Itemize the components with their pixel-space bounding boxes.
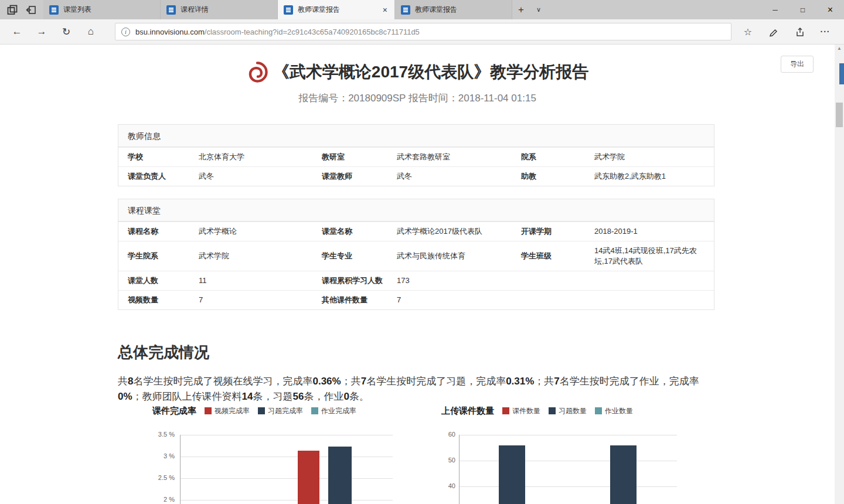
- report-logo-icon: [246, 61, 268, 83]
- teacher-info-table: 教师信息 学校 北京体育大学 教研室 武术套路教研室 院系 武术学院 课堂负责人…: [118, 124, 714, 186]
- maximize-button[interactable]: □: [789, 0, 816, 19]
- summary-number: 0%: [118, 391, 132, 402]
- section-header: 教师信息: [118, 125, 714, 147]
- site-info-icon[interactable]: i: [121, 28, 130, 36]
- summary-number: 0.36%: [312, 376, 341, 387]
- gridline: [180, 435, 393, 435]
- cell-value: 武术学概论2017级代表队: [397, 226, 512, 237]
- scrollbar-thumb[interactable]: [836, 103, 843, 127]
- summary-heading: 总体完成情况: [118, 342, 209, 363]
- summary-number: 7: [554, 376, 559, 387]
- new-tab-button[interactable]: +: [512, 0, 530, 19]
- gridline: [459, 461, 677, 461]
- cell-value: 2018-2019-1: [594, 226, 714, 237]
- tab-label: 课程详情: [181, 5, 271, 15]
- cell-label: 课程名称: [118, 226, 199, 237]
- cell-value: 14武4班,14武现役班,17武先农坛,17武代表队: [594, 246, 714, 267]
- cell-value: 173: [397, 275, 512, 286]
- toolbar-right-buttons: ☆ ···: [735, 19, 838, 44]
- tab-preview-icon[interactable]: [6, 4, 19, 16]
- screen: { "browser": { "tabs": [ {"label": "课堂列表…: [0, 0, 844, 504]
- cell-value: 武术学院: [199, 251, 312, 261]
- tab-list-chevron-icon[interactable]: ∨: [530, 0, 547, 19]
- tab-label: 教师课堂报告: [415, 5, 506, 15]
- cell-label: 课堂名称: [312, 226, 397, 237]
- cell-value: 武术学院: [594, 152, 714, 162]
- table-row: 课堂人数 11 课程累积学习人数 173: [118, 271, 714, 290]
- page-content: 导出 《武术学概论2017级代表队》教学分析报告 报告编号：20180909SP…: [0, 45, 835, 504]
- tab-teacher-report-2[interactable]: 教师课堂报告: [395, 0, 512, 19]
- course-info-table: 课程课堂 课程名称 武术学概论 课堂名称 武术学概论2017级代表队 开课学期 …: [118, 199, 714, 310]
- cell-label: 课堂负责人: [118, 171, 199, 182]
- close-button[interactable]: ×: [816, 0, 844, 19]
- forward-icon[interactable]: →: [29, 19, 54, 44]
- summary-text-segment: 条。: [349, 391, 369, 402]
- report-meta: 报告编号：20180909SP 报告时间：2018-11-04 01:15: [0, 91, 835, 105]
- summary-text-segment: ；教师团队上传课件资料: [132, 391, 242, 402]
- cell-label: 学校: [118, 152, 199, 162]
- cell-value: 7: [397, 295, 512, 305]
- cell-label: 学生班级: [512, 251, 594, 261]
- home-icon[interactable]: ⌂: [79, 19, 103, 44]
- scrollbar[interactable]: ▲: [835, 45, 844, 504]
- table-row: 学校 北京体育大学 教研室 武术套路教研室 院系 武术学院: [118, 147, 714, 166]
- y-tick-label: 50: [441, 457, 455, 464]
- y-axis-line: [180, 435, 181, 504]
- tab-favicon: [401, 5, 410, 15]
- gridline: [180, 478, 393, 479]
- summary-text-segment: 条，习题: [253, 391, 293, 402]
- cell-label: 课程累积学习人数: [312, 275, 397, 286]
- more-options-icon[interactable]: ···: [812, 19, 838, 44]
- favorites-star-icon[interactable]: ☆: [735, 19, 761, 44]
- set-tabs-aside-icon[interactable]: [25, 4, 38, 16]
- minimize-button[interactable]: ─: [761, 0, 789, 19]
- scroll-up-icon[interactable]: ▲: [835, 46, 844, 51]
- refresh-icon[interactable]: ↻: [54, 19, 79, 44]
- tab-close-icon[interactable]: ×: [382, 5, 389, 15]
- cell-label: 视频数量: [118, 295, 199, 305]
- chart-bar-习题数量: [610, 445, 637, 504]
- window-controls: ─ □ ×: [761, 0, 844, 19]
- table-row: 课程名称 武术学概论 课堂名称 武术学概论2017级代表队 开课学期 2018-…: [118, 222, 714, 241]
- cell-value: 武冬: [199, 171, 312, 182]
- chart-completion-rate: 课件完成率 视频完成率习题完成率作业完成率 3.5 %3 %2.5 %2 %: [152, 406, 399, 504]
- cell-label: 其他课件数量: [312, 295, 397, 305]
- page-side-widget[interactable]: [839, 63, 844, 84]
- cell-value: 11: [199, 275, 312, 286]
- address-bar[interactable]: i bsu.innovisionu.com/classroom-teaching…: [115, 23, 731, 40]
- y-tick-label: 2 %: [152, 496, 175, 503]
- chart-bar-习题完成率: [328, 447, 352, 504]
- chart-upload-count: 上传课件数量 课件数量习题数量作业数量 605040: [441, 406, 702, 504]
- tab-teacher-report-active[interactable]: 教师课堂报告 ×: [278, 0, 395, 19]
- report-title-row: 《武术学概论2017级代表队》教学分析报告: [0, 61, 835, 83]
- back-icon[interactable]: ←: [5, 19, 29, 44]
- cell-label: 开课学期: [512, 226, 594, 237]
- tab-favicon: [49, 5, 59, 15]
- cell-label: 教研室: [312, 152, 397, 162]
- tab-tools: [0, 0, 43, 19]
- nav-buttons: ← → ↻ ⌂: [5, 19, 103, 44]
- web-note-pen-icon[interactable]: [761, 19, 787, 44]
- browser-toolbar: ← → ↻ ⌂ i bsu.innovisionu.com/classroom-…: [0, 19, 844, 45]
- cell-value: 武东助教2,武东助教1: [594, 171, 714, 182]
- tab-bar: 课堂列表 课程详情 教师课堂报告 × 教师课堂报告 + ∨ ─ □ ×: [0, 0, 844, 19]
- summary-number: 0: [343, 391, 349, 402]
- y-tick-label: 40: [441, 482, 455, 489]
- cell-value: 北京体育大学: [199, 152, 312, 162]
- summary-text-segment: ；共: [341, 376, 361, 387]
- y-tick-label: 2.5 %: [152, 474, 175, 481]
- tab-label: 课堂列表: [63, 5, 154, 15]
- share-icon[interactable]: [787, 19, 812, 44]
- summary-text-segment: 共: [118, 376, 128, 387]
- chart-plot: 605040: [441, 406, 702, 504]
- cell-label: 院系: [512, 152, 594, 162]
- gridline: [459, 486, 677, 487]
- summary-text-segment: 条，作业: [304, 391, 343, 402]
- tab-classroom-list[interactable]: 课堂列表: [43, 0, 161, 19]
- cell-label: 助教: [512, 171, 594, 182]
- cell-label: 学生院系: [118, 251, 199, 261]
- url-domain: bsu.innovisionu.com: [135, 28, 205, 36]
- section-header: 课程课堂: [118, 199, 714, 222]
- tab-course-detail[interactable]: 课程详情: [161, 0, 278, 19]
- summary-text-segment: ；共: [534, 376, 554, 387]
